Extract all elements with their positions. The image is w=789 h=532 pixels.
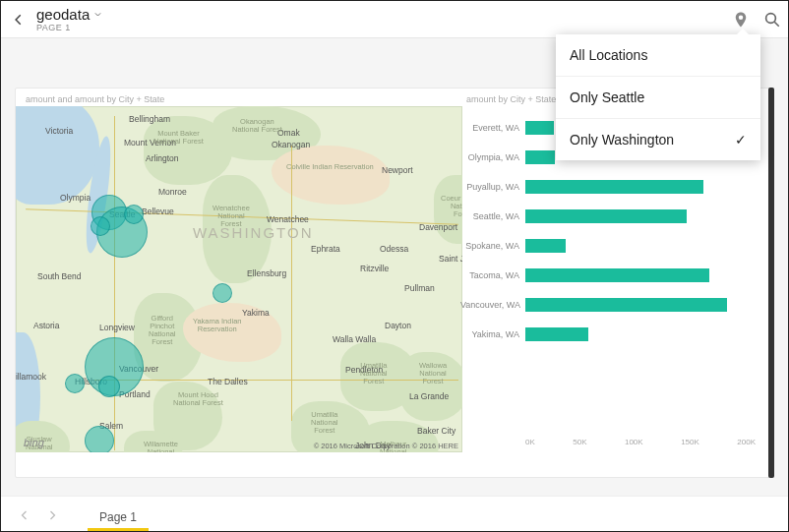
map-city-label: Ellensburg — [247, 268, 286, 278]
chevron-down-icon — [93, 10, 102, 19]
back-button[interactable] — [1, 13, 36, 27]
map-city-label: Astoria — [33, 321, 59, 330]
map-city-label: Bellevue — [142, 207, 174, 216]
map-forest-label: Coeur d'AleneNationalForest — [441, 195, 462, 218]
map-bubble[interactable] — [98, 376, 120, 397]
map-city-label: Walla Walla — [333, 334, 376, 344]
map-bubble[interactable] — [212, 283, 232, 303]
axis-tick: 0K — [525, 438, 535, 446]
next-page-button[interactable] — [42, 505, 62, 525]
map-city-label: Wenatchee — [267, 214, 309, 224]
map-forest-label: Mount BakerNational Forest — [153, 130, 204, 146]
title-block: geodata PAGE 1 — [36, 6, 102, 32]
bar-row: Tacoma, WA — [525, 262, 756, 289]
location-filter-dropdown: All Locations Only Seattle Only Washingt… — [556, 34, 760, 160]
bar-row: Puyallup, WA — [525, 173, 756, 201]
map-city-label: Odessa — [380, 244, 408, 254]
bing-logo: bing — [24, 437, 44, 448]
map-bubble[interactable] — [124, 205, 144, 224]
bar-label: Olympia, WA — [460, 152, 519, 162]
page-tab[interactable]: Page 1 — [88, 504, 149, 531]
map-city-label: Olympia — [60, 193, 91, 203]
map-city-label: Arlington — [146, 153, 179, 163]
bar[interactable] — [525, 180, 703, 194]
filter-option-only-washington[interactable]: Only Washington ✓ — [556, 119, 760, 160]
filter-option-label: All Locations — [570, 47, 647, 63]
svg-line-1 — [774, 22, 779, 27]
chart-viz-title: amount by City + State — [466, 94, 556, 104]
report-title[interactable]: geodata — [36, 6, 102, 23]
map-city-label: Pullman — [404, 283, 435, 293]
location-filter-icon[interactable] — [731, 10, 751, 30]
map-city-label: Dayton — [385, 321, 411, 330]
map-bubble[interactable] — [91, 216, 110, 236]
map-forest-label: UmatillaNationalForest — [360, 362, 388, 385]
prev-page-button[interactable] — [15, 505, 34, 525]
map-visual[interactable]: WASHINGTON BellinghamVictoriaMount Verno… — [16, 106, 462, 452]
map-city-label: Davenport — [419, 222, 457, 232]
map-city-label: Victoria — [45, 126, 73, 136]
bar[interactable] — [525, 150, 555, 164]
axis-tick: 200K — [737, 438, 756, 446]
bar-label: Yakima, WA — [460, 329, 519, 339]
map-forest-label: Yakama IndianReservation — [193, 318, 241, 333]
state-label: WASHINGTON — [193, 224, 314, 241]
bar-label: Everett, WA — [460, 123, 519, 133]
bar-row: Yakima, WA — [525, 321, 756, 348]
map-city-label: South Bend — [37, 271, 81, 281]
map-attribution: © 2016 Microsoft Corporation © 2016 HERE — [314, 442, 458, 450]
bar-row: Seattle, WA — [525, 203, 756, 230]
map-city-label: Bellingham — [129, 114, 170, 124]
map-city-label: Baker City — [417, 426, 455, 436]
svg-point-0 — [766, 14, 776, 24]
bar[interactable] — [525, 239, 566, 253]
map-forest-label: WallowaNationalForest — [419, 362, 447, 385]
check-icon: ✓ — [735, 132, 747, 148]
search-icon[interactable] — [762, 10, 782, 30]
map-forest-label: WenatcheeNationalForest — [212, 205, 250, 228]
filter-option-all-locations[interactable]: All Locations — [556, 34, 760, 77]
filter-option-only-seattle[interactable]: Only Seattle — [556, 77, 760, 119]
map-forest-label: GiffordPinchotNationalForest — [149, 315, 176, 346]
bar-label: Seattle, WA — [460, 211, 519, 221]
bar[interactable] — [525, 268, 709, 282]
map-bubble[interactable] — [65, 374, 85, 393]
map-city-label: Ephrata — [311, 244, 340, 254]
map-city-label: Newport — [382, 165, 413, 175]
map-forest-label: OkanoganNational Forest — [232, 118, 282, 134]
map-forest-label: Mount HoodNational Forest — [173, 391, 223, 407]
map-viz-title: amount and amount by City + State — [26, 94, 164, 104]
map-city-label: Okanogan — [272, 140, 310, 149]
axis-tick: 150K — [681, 438, 699, 446]
bar-row: Spokane, WA — [525, 232, 756, 260]
map-city-label: Monroe — [158, 187, 187, 197]
map-city-label: Ritzville — [360, 264, 389, 273]
bar[interactable] — [525, 327, 588, 341]
map-forest-label: WillametteNationalForest — [144, 441, 178, 452]
bar-label: Spokane, WA — [460, 241, 519, 251]
bar[interactable] — [525, 298, 727, 312]
dropdown-caret — [735, 29, 751, 36]
map-city-label: Longview — [99, 323, 135, 332]
header: geodata PAGE 1 — [1, 1, 788, 38]
page-tab-label: Page 1 — [99, 510, 137, 524]
bar-label: Tacoma, WA — [460, 270, 519, 280]
axis-tick: 100K — [625, 438, 643, 446]
filter-option-label: Only Seattle — [570, 89, 644, 105]
map-forest-label: UmatillaNationalForest — [311, 411, 338, 435]
bar-label: Vancouver, WA — [460, 300, 519, 310]
map-city-label: The Dalles — [208, 377, 248, 386]
map-city-label: Tillamook — [16, 372, 46, 382]
map-city-label: Yakima — [242, 308, 270, 318]
filter-option-label: Only Washington — [570, 132, 674, 148]
bar-label: Puyallup, WA — [460, 182, 519, 192]
map-city-label: Saint Joe — [439, 254, 462, 264]
map-city-label: La Grande — [409, 391, 449, 401]
axis-tick: 50K — [573, 438, 586, 446]
map-bubble[interactable] — [85, 426, 114, 452]
map-forest-label: Colville Indian Reservation — [286, 163, 374, 171]
bar[interactable] — [525, 209, 687, 223]
page-subtitle: PAGE 1 — [36, 23, 102, 32]
bar-row: Vancouver, WA — [525, 291, 756, 319]
bar[interactable] — [525, 121, 554, 135]
